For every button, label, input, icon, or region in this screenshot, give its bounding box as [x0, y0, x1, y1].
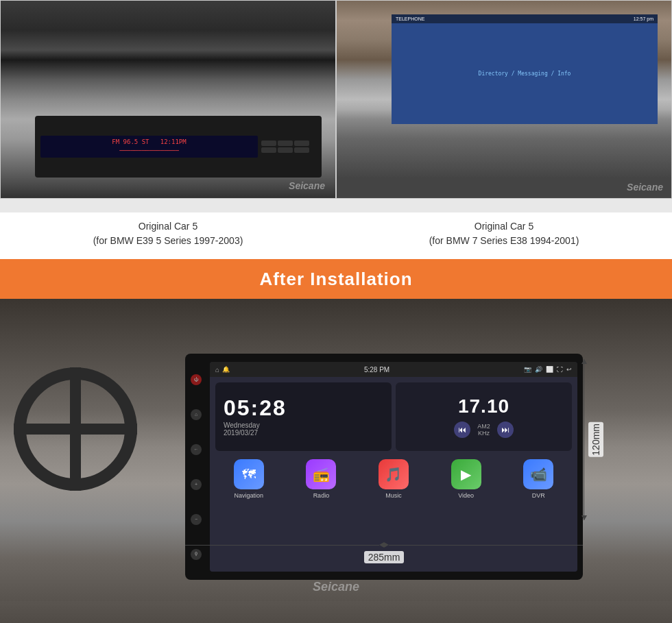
stereo-btn — [278, 141, 293, 146]
dvr-label: DVR — [532, 492, 545, 499]
stereo-btn — [261, 141, 276, 146]
unit-vol-down-btn[interactable]: − — [191, 514, 202, 525]
stereo-btn — [294, 141, 309, 146]
clock-time: 05:28 — [224, 397, 383, 419]
stereo-display-left: FM 96.5 ST 12:11PM ──────────────── — [40, 136, 258, 157]
phone-content: Directory / Messaging / Info — [479, 71, 571, 77]
unit-vol-up-btn[interactable]: + — [191, 479, 202, 490]
stereo-btn — [278, 147, 293, 153]
radio-unit: KHz — [478, 430, 490, 437]
volume-icon: 🔊 — [535, 366, 542, 373]
app-radio[interactable]: 📻 Radio — [306, 459, 336, 499]
h-arrow-line — [185, 542, 583, 548]
home-icon: ⌂ — [215, 366, 219, 374]
camera-icon: 📷 — [524, 366, 531, 373]
h-line-left — [185, 545, 379, 546]
app-music[interactable]: 🎵 Music — [379, 459, 409, 499]
after-installation-banner: After Installation — [0, 259, 672, 299]
bottom-console: 77.0°F 70.0°F — [0, 601, 672, 623]
stereo-btn — [294, 147, 309, 153]
stereo-buttons-left — [261, 141, 316, 153]
radio-band: AM2 — [477, 423, 490, 430]
app-video[interactable]: ▶ Video — [451, 459, 481, 499]
h-line-right — [389, 545, 583, 546]
h-arrow-left — [379, 542, 384, 548]
unit-screen: ⌂ 🔔 5:28 PM 📷 🔊 ⬜ ⛶ ↩ — [210, 362, 577, 572]
app-icons-row: 🗺 Navigation 📻 Radio 🎵 Music ▶ — [215, 459, 572, 499]
top-images-row: FM 96.5 ST 12:11PM ──────────────── Seic… — [0, 0, 672, 212]
phone-header: TELEPHONE 12:57 pm — [392, 14, 658, 23]
unit-back-btn[interactable]: ← — [191, 444, 202, 455]
unit-power-btn[interactable]: ⏻ — [191, 374, 202, 385]
watermark-after: Seicane — [313, 580, 359, 594]
music-label: Music — [385, 492, 402, 499]
car-image-right: TELEPHONE 12:57 pm Directory / Messaging… — [336, 0, 672, 199]
clock-day: Wednesday — [224, 422, 383, 429]
watermark-left: Seicane — [289, 180, 325, 191]
screen-top-half: 05:28 Wednesday 2019/03/27 17.10 ⏮ AM2 — [215, 382, 572, 451]
v-line — [584, 359, 584, 520]
caption-left-line1: Original Car 5 — [139, 221, 197, 232]
topbar-nav-icon: 🔔 — [222, 366, 230, 373]
v-arrow-bottom — [581, 515, 587, 520]
phone-body: Directory / Messaging / Info — [392, 23, 658, 124]
dimension-horizontal: 285mm — [185, 542, 583, 563]
dimension-vertical: 120mm — [584, 359, 603, 520]
app-dvr[interactable]: 📹 DVR — [523, 459, 553, 499]
video-icon: ▶ — [451, 459, 481, 489]
radio-controls: ⏮ AM2 KHz ⏭ — [454, 422, 514, 438]
radio-app-icon: 📻 — [306, 459, 336, 489]
steering-wheel — [14, 367, 137, 491]
dimension-height-label: 120mm — [588, 422, 603, 457]
unit-home-btn[interactable]: ⌂ — [191, 409, 202, 420]
caption-right: Original Car 5 (for BMW 7 Series E38 199… — [336, 219, 672, 248]
radio-block: 17.10 ⏮ AM2 KHz ⏭ — [396, 382, 572, 451]
stereo-unit-left: FM 96.5 ST 12:11PM ──────────────── — [35, 116, 322, 178]
caption-left-line2: (for BMW E39 5 Series 1997-2003) — [93, 235, 243, 246]
after-installation-title: After Installation — [259, 269, 412, 290]
radio-prev-button[interactable]: ⏮ — [454, 422, 470, 438]
dvr-icon: 📹 — [523, 459, 553, 489]
phone-label: TELEPHONE — [396, 16, 424, 21]
fullscreen-icon: ⛶ — [557, 366, 563, 373]
watermark-right: Seicane — [627, 182, 663, 193]
dimension-width-label: 285mm — [364, 551, 405, 563]
back-icon: ↩ — [566, 366, 572, 373]
radio-freq: 17.10 — [458, 395, 509, 417]
unit-left-buttons: ⏻ ⌂ ← + − 🎙 — [191, 362, 206, 572]
car-image-left: FM 96.5 ST 12:11PM ──────────────── Seic… — [0, 0, 336, 199]
radio-band-label: AM2 KHz — [477, 423, 490, 437]
video-label: Video — [458, 492, 474, 499]
stereo-btn — [261, 147, 276, 153]
after-installation-image: ⏻ ⌂ ← + − 🎙 ⌂ 🔔 5:28 PM 📷 — [0, 299, 672, 623]
h-arrow-right — [384, 542, 389, 548]
topbar-left: ⌂ 🔔 — [215, 366, 230, 374]
caption-right-line1: Original Car 5 — [475, 221, 533, 232]
battery-icon: ⬜ — [546, 366, 553, 373]
topbar-time: 5:28 PM — [235, 366, 518, 374]
phone-time: 12:57 pm — [634, 16, 653, 21]
navigation-icon: 🗺 — [234, 459, 264, 489]
radio-next-button[interactable]: ⏭ — [497, 422, 514, 438]
screen-topbar: ⌂ 🔔 5:28 PM 📷 🔊 ⬜ ⛶ ↩ — [210, 362, 577, 377]
radio-app-label: Radio — [313, 492, 330, 499]
music-icon: 🎵 — [379, 459, 409, 489]
navigation-label: Navigation — [235, 492, 264, 499]
app-navigation[interactable]: 🗺 Navigation — [234, 459, 264, 499]
oem-screen-right: TELEPHONE 12:57 pm Directory / Messaging… — [392, 14, 658, 124]
caption-right-line2: (for BMW 7 Series E38 1994-2001) — [429, 235, 579, 246]
caption-left: Original Car 5 (for BMW E39 5 Series 199… — [0, 219, 336, 248]
topbar-icons: 📷 🔊 ⬜ ⛶ ↩ — [524, 366, 572, 373]
captions-row: Original Car 5 (for BMW E39 5 Series 199… — [0, 212, 672, 259]
clock-date: 2019/03/27 — [224, 429, 383, 437]
clock-block: 05:28 Wednesday 2019/03/27 — [215, 382, 392, 451]
v-arrow-top — [581, 359, 587, 364]
